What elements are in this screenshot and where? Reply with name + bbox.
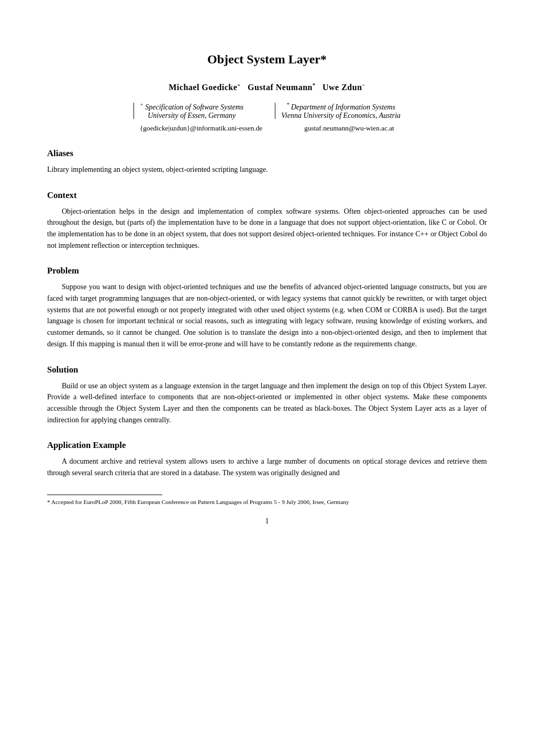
context-paragraph: Object-orientation helps in the design a… bbox=[47, 206, 487, 251]
footnote-line bbox=[47, 495, 162, 495]
main-title: Object System Layer* bbox=[47, 52, 487, 67]
affiliations: + Specification of Software Systems Univ… bbox=[47, 102, 487, 120]
section-problem: Problem Suppose you want to design with … bbox=[47, 266, 487, 349]
page-number: 1 bbox=[47, 517, 487, 525]
problem-paragraph: Suppose you want to design with object-o… bbox=[47, 281, 487, 349]
emails: {goedicke|uzdun}@informatik.uni-essen.de… bbox=[47, 124, 487, 133]
affiliation-right-line1: * Department of Information Systems bbox=[281, 102, 400, 112]
section-body-application-example: A document archive and retrieval system … bbox=[47, 456, 487, 478]
title-section: Object System Layer* Michael Goedicke+ G… bbox=[47, 52, 487, 133]
affiliation-right: * Department of Information Systems Vien… bbox=[275, 102, 400, 120]
section-solution: Solution Build or use an object system a… bbox=[47, 365, 487, 426]
application-example-paragraph: A document archive and retrieval system … bbox=[47, 456, 487, 478]
affiliation-left-line2: University of Essen, Germany bbox=[140, 112, 243, 120]
email-left: {goedicke|uzdun}@informatik.uni-essen.de bbox=[140, 124, 262, 133]
affiliation-left: + Specification of Software Systems Univ… bbox=[134, 102, 243, 120]
section-title-solution: Solution bbox=[47, 365, 487, 375]
section-body-problem: Suppose you want to design with object-o… bbox=[47, 281, 487, 349]
section-application-example: Application Example A document archive a… bbox=[47, 440, 487, 478]
section-body-context: Object-orientation helps in the design a… bbox=[47, 206, 487, 251]
section-title-context: Context bbox=[47, 190, 487, 201]
authors-text: Michael Goedicke+ Gustaf Neumann* Uwe Zd… bbox=[169, 83, 365, 92]
footnote: * Accepted for EuroPLoP 2000, Fifth Euro… bbox=[47, 498, 487, 507]
affiliation-left-line1: + Specification of Software Systems bbox=[140, 102, 243, 112]
authors: Michael Goedicke+ Gustaf Neumann* Uwe Zd… bbox=[47, 82, 487, 92]
affiliation-right-line2: Vienna University of Economics, Austria bbox=[281, 112, 400, 120]
section-title-application-example: Application Example bbox=[47, 440, 487, 451]
section-title-problem: Problem bbox=[47, 266, 487, 276]
section-title-aliases: Aliases bbox=[47, 148, 487, 159]
section-context: Context Object-orientation helps in the … bbox=[47, 190, 487, 251]
section-aliases: Aliases Library implementing an object s… bbox=[47, 148, 487, 176]
title-text: Object System Layer* bbox=[207, 52, 327, 66]
page: Object System Layer* Michael Goedicke+ G… bbox=[0, 0, 534, 756]
solution-paragraph: Build or use an object system as a langu… bbox=[47, 380, 487, 426]
email-right: gustaf.neumann@wu-wien.ac.at bbox=[304, 124, 394, 133]
section-body-aliases: Library implementing an object system, o… bbox=[47, 164, 487, 176]
section-body-solution: Build or use an object system as a langu… bbox=[47, 380, 487, 426]
aliases-paragraph: Library implementing an object system, o… bbox=[47, 164, 487, 176]
